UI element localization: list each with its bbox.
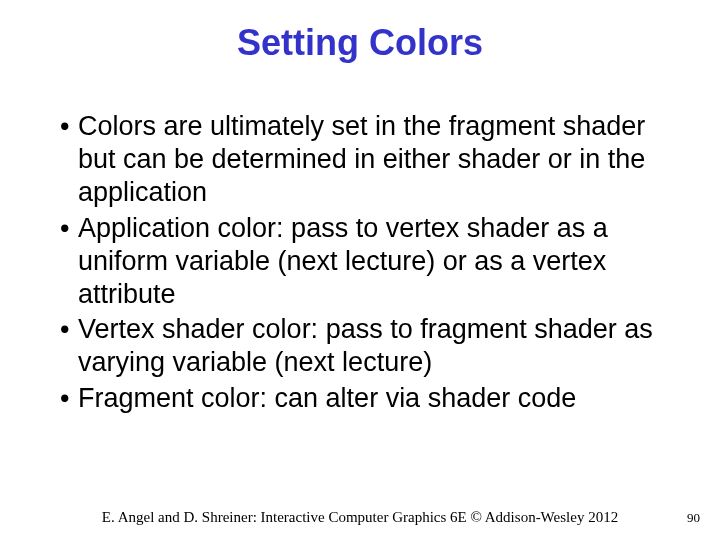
bullet-item: • Application color: pass to vertex shad…	[60, 212, 670, 312]
bullet-dot-icon: •	[60, 212, 78, 312]
slide: Setting Colors • Colors are ultimately s…	[0, 0, 720, 540]
bullet-item: • Vertex shader color: pass to fragment …	[60, 313, 670, 379]
page-number: 90	[687, 510, 700, 526]
footer-attribution: E. Angel and D. Shreiner: Interactive Co…	[0, 509, 720, 526]
slide-body: • Colors are ultimately set in the fragm…	[60, 110, 670, 417]
bullet-item: • Colors are ultimately set in the fragm…	[60, 110, 670, 210]
bullet-text: Application color: pass to vertex shader…	[78, 212, 670, 312]
slide-title: Setting Colors	[0, 22, 720, 64]
bullet-text: Colors are ultimately set in the fragmen…	[78, 110, 670, 210]
bullet-text: Vertex shader color: pass to fragment sh…	[78, 313, 670, 379]
bullet-dot-icon: •	[60, 110, 78, 210]
bullet-text: Fragment color: can alter via shader cod…	[78, 382, 670, 415]
bullet-item: • Fragment color: can alter via shader c…	[60, 382, 670, 415]
bullet-dot-icon: •	[60, 313, 78, 379]
bullet-dot-icon: •	[60, 382, 78, 415]
